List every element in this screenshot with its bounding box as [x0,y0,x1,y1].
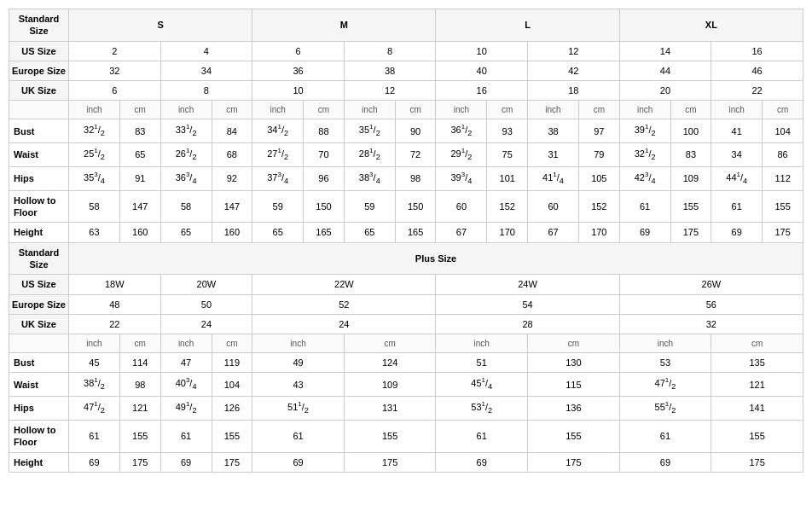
waist-l10-cm: 75 [487,143,528,167]
s-label: S [69,9,252,42]
hips-label: Hips [9,167,69,191]
plus-waist-26w-cm: 121 [711,373,803,397]
us-16: 16 [711,41,803,61]
waist-s4-inch: 261/2 [160,143,212,167]
plus-unit-cm-4: cm [528,334,620,353]
plus-waist-20w-inch: 403/4 [160,373,212,397]
bust-m8-cm: 90 [395,119,436,143]
plus-unit-inch-1: inch [69,334,120,353]
us-6: 6 [252,41,345,61]
eu-38: 38 [344,61,436,80]
hips-xl14-inch: 423/4 [619,167,670,191]
bust-label: Bust [9,119,69,143]
plus-unit-inch-2: inch [160,334,212,353]
waist-m6-cm: 70 [304,143,345,167]
hollow-l12-inch: 60 [528,190,579,223]
unit-inch-6: inch [528,101,579,119]
unit-cm-7: cm [670,101,711,119]
plus-eu-48: 48 [69,294,161,314]
m-label: M [252,9,436,42]
hollow-xl16-cm: 155 [763,190,803,223]
plus-hollow-18w-cm: 155 [119,420,160,452]
waist-l12-cm: 79 [578,143,619,167]
unit-inch-8: inch [711,101,763,119]
height-s4-cm: 160 [212,223,252,242]
plus-hips-24w-inch: 531/2 [436,397,528,421]
eu-34: 34 [160,61,252,80]
plus-height-label: Height [9,452,69,472]
plus-waist-18w-inch: 381/2 [69,373,120,397]
plus-bust-26w-inch: 53 [619,353,711,373]
plus-hollow-26w-inch: 61 [619,420,711,452]
plus-bust-24w-cm: 130 [528,353,620,373]
bust-s4-inch: 331/2 [160,119,212,143]
plus-empty-label [9,334,69,353]
standard-size-label: StandardSize [9,9,69,42]
height-l12-cm: 170 [578,223,619,242]
hips-xl14-cm: 109 [670,167,711,191]
uk-16: 16 [436,81,528,101]
hollow-s2-inch: 58 [69,190,120,223]
plus-eu-56: 56 [619,294,803,314]
hollow-m6-cm: 150 [304,190,345,223]
bust-l10-inch: 361/2 [436,119,487,143]
plus-height-20w-inch: 69 [160,452,212,472]
plus-eu-52: 52 [252,294,436,314]
bust-m6-cm: 88 [304,119,345,143]
unit-inch-5: inch [436,101,487,119]
hips-l10-inch: 393/4 [436,167,487,191]
plus-us-18w: 18W [69,275,161,294]
plus-height-22w-cm: 175 [344,452,436,472]
plus-uk-24b: 24 [252,314,436,334]
plus-unit-cm-1: cm [119,334,160,353]
waist-s2-cm: 65 [119,143,160,167]
plus-height-26w-cm: 175 [711,452,803,472]
bust-xl14-inch: 391/2 [619,119,670,143]
plus-bust-20w-cm: 119 [212,353,252,373]
plus-hips-18w-inch: 471/2 [69,397,120,421]
bust-l10-cm: 93 [487,119,528,143]
hollow-xl16-inch: 61 [711,190,763,223]
us-size-header: US Size [9,41,69,61]
plus-hips-label: Hips [9,397,69,421]
empty-label [9,101,69,119]
hips-s2-inch: 353/4 [69,167,120,191]
eu-46: 46 [711,61,803,80]
unit-cm-4: cm [395,101,436,119]
waist-s2-inch: 251/2 [69,143,120,167]
plus-bust-22w-cm: 124 [344,353,436,373]
hips-s4-inch: 363/4 [160,167,212,191]
bust-m8-inch: 351/2 [344,119,395,143]
plus-waist-20w-cm: 104 [212,373,252,397]
plus-bust-20w-inch: 47 [160,353,212,373]
uk-8: 8 [160,81,252,101]
plus-uk-24: 24 [160,314,252,334]
height-xl16-cm: 175 [763,223,803,242]
plus-hips-26w-cm: 141 [711,397,803,421]
hips-l12-cm: 105 [578,167,619,191]
hollow-s4-cm: 147 [212,190,252,223]
plus-unit-cm-2: cm [212,334,252,353]
waist-label: Waist [9,143,69,167]
plus-unit-inch-4: inch [436,334,528,353]
hollow-l12-cm: 152 [578,190,619,223]
waist-xl14-cm: 83 [670,143,711,167]
plus-us-header: US Size [9,275,69,294]
plus-bust-24w-inch: 51 [436,353,528,373]
plus-hips-26w-inch: 551/2 [619,397,711,421]
hips-s4-cm: 92 [212,167,252,191]
hollow-label: Hollow to Floor [9,190,69,223]
us-12: 12 [528,41,620,61]
unit-inch-3: inch [252,101,304,119]
plus-hollow-24w-cm: 155 [528,420,620,452]
eu-40: 40 [436,61,528,80]
hips-xl16-cm: 112 [763,167,803,191]
plus-waist-24w-inch: 451/4 [436,373,528,397]
waist-m6-inch: 271/2 [252,143,304,167]
height-l10-inch: 67 [436,223,487,242]
unit-cm-3: cm [304,101,345,119]
plus-bust-26w-cm: 135 [711,353,803,373]
unit-inch-2: inch [160,101,212,119]
hollow-m8-cm: 150 [395,190,436,223]
hips-m8-cm: 98 [395,167,436,191]
